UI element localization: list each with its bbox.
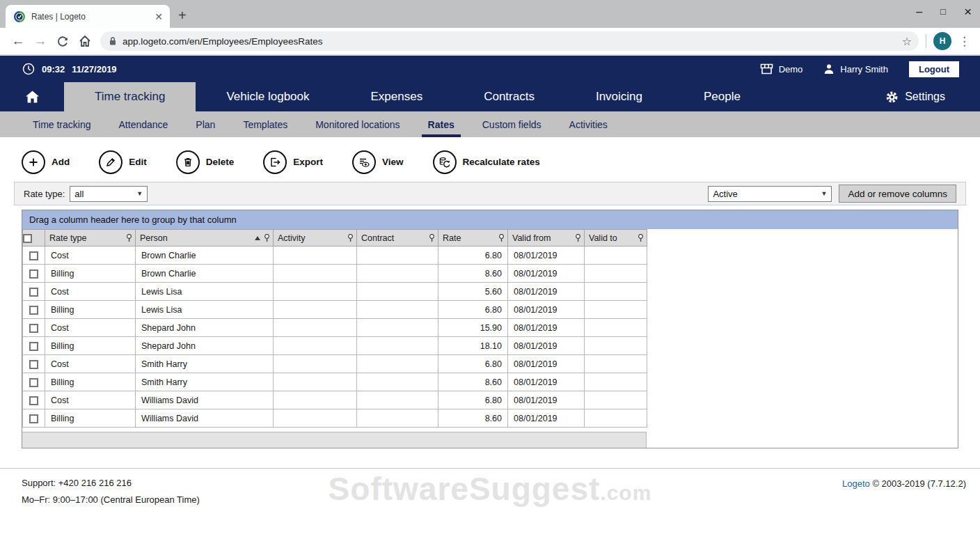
add-remove-columns-button[interactable]: Add or remove columns — [839, 185, 956, 203]
view-button[interactable]: View — [352, 146, 404, 178]
bookmark-star-icon[interactable]: ☆ — [902, 35, 912, 48]
logeto-link[interactable]: Logeto — [842, 478, 870, 489]
subnav-custom-fields[interactable]: Custom fields — [482, 111, 542, 137]
window-close-button[interactable]: × — [964, 1, 972, 22]
cell-contract — [357, 247, 438, 265]
row-checkbox-cell[interactable] — [23, 301, 45, 319]
nav-tab-invoicing[interactable]: Invoicing — [565, 82, 673, 111]
export-button[interactable]: Export — [263, 146, 323, 178]
subnav-time-tracking[interactable]: Time tracking — [33, 111, 91, 137]
table-row[interactable]: Billing Lewis Lisa 6.80 08/01/2019 — [23, 301, 647, 319]
lock-icon[interactable] — [109, 36, 117, 46]
status-select[interactable]: Active ▼ — [708, 186, 832, 202]
group-by-bar[interactable]: Drag a column header here to group by th… — [22, 210, 958, 229]
filter-pin-icon[interactable] — [264, 234, 270, 242]
filter-pin-icon[interactable] — [347, 234, 354, 242]
select-all-header[interactable] — [23, 230, 45, 247]
window-minimize-button[interactable]: – — [916, 1, 922, 22]
row-checkbox[interactable] — [29, 360, 38, 369]
table-row[interactable]: Cost Smith Harry 6.80 08/01/2019 — [23, 355, 647, 373]
user-menu[interactable]: Harry Smith — [823, 63, 888, 75]
nav-home[interactable] — [0, 82, 64, 111]
subnav-monitored-locations[interactable]: Monitored locations — [315, 111, 400, 137]
nav-tab-contracts[interactable]: Contracts — [453, 82, 565, 111]
row-checkbox[interactable] — [29, 324, 38, 333]
col-person[interactable]: Person — [136, 230, 274, 247]
table-row[interactable]: Billing Brown Charlie 8.60 08/01/2019 — [23, 265, 647, 283]
filter-pin-icon[interactable] — [498, 234, 505, 242]
nav-tab-vehicle-logbook[interactable]: Vehicle logbook — [196, 82, 340, 111]
row-checkbox[interactable] — [29, 251, 38, 260]
reload-icon[interactable] — [52, 35, 74, 47]
subnav-activities[interactable]: Activities — [569, 111, 608, 137]
table-row[interactable]: Billing Smith Harry 8.60 08/01/2019 — [23, 373, 647, 391]
filter-pin-icon[interactable] — [638, 234, 644, 242]
col-rate[interactable]: Rate — [438, 230, 508, 247]
row-checkbox[interactable] — [29, 288, 38, 297]
url-text[interactable]: app.logeto.com/en/Employees/EmployeesRat… — [122, 36, 902, 47]
cell-rate-type: Billing — [45, 373, 136, 391]
home-icon[interactable] — [74, 35, 96, 47]
row-checkbox[interactable] — [29, 414, 38, 423]
subnav-plan[interactable]: Plan — [196, 111, 215, 137]
back-icon[interactable]: ← — [7, 33, 29, 49]
row-checkbox-cell[interactable] — [23, 355, 45, 373]
cell-rate-type: Billing — [45, 301, 136, 319]
tab-close-icon[interactable]: ✕ — [153, 11, 164, 22]
nav-tab-time-tracking[interactable]: Time tracking — [64, 82, 196, 111]
new-tab-button[interactable]: + — [178, 8, 187, 24]
row-checkbox-cell[interactable] — [23, 265, 45, 283]
row-checkbox[interactable] — [29, 342, 38, 351]
row-checkbox-cell[interactable] — [23, 337, 45, 355]
row-checkbox-cell[interactable] — [23, 391, 45, 409]
add-button[interactable]: Add — [22, 146, 70, 178]
row-checkbox[interactable] — [29, 269, 38, 279]
col-rate-type[interactable]: Rate type — [45, 230, 136, 247]
browser-avatar[interactable]: H — [933, 32, 951, 50]
company-switcher[interactable]: Demo — [760, 63, 803, 75]
rate-type-select[interactable]: all ▼ — [70, 186, 148, 202]
table-row[interactable]: Cost Brown Charlie 6.80 08/01/2019 — [23, 247, 647, 265]
table-row[interactable]: Cost Williams David 6.80 08/01/2019 — [23, 391, 647, 409]
browser-menu-icon[interactable]: ⋮ — [958, 34, 970, 49]
table-row[interactable]: Billing Williams David 8.60 08/01/2019 — [23, 409, 647, 428]
subnav-rates[interactable]: Rates — [428, 111, 455, 137]
nav-settings[interactable]: Settings — [885, 82, 980, 111]
nav-tab-expenses[interactable]: Expenses — [340, 82, 454, 111]
filter-pin-icon[interactable] — [126, 234, 132, 242]
grid-body: Cost Brown Charlie 6.80 08/01/2019 Billi… — [23, 247, 647, 428]
cell-contract — [357, 301, 438, 319]
browser-tab[interactable]: Rates | Logeto ✕ — [6, 5, 170, 28]
row-checkbox[interactable] — [29, 396, 38, 405]
watermark: SoftwareSuggest.com — [329, 470, 652, 508]
select-all-checkbox[interactable] — [23, 234, 32, 243]
window-maximize-button[interactable]: □ — [940, 1, 946, 22]
forward-icon[interactable]: → — [29, 33, 52, 49]
row-checkbox[interactable] — [29, 378, 38, 387]
table-row[interactable]: Cost Lewis Lisa 5.60 08/01/2019 — [23, 283, 647, 301]
filter-pin-icon[interactable] — [429, 234, 435, 242]
table-row[interactable]: Cost Shepard John 15.90 08/01/2019 — [23, 319, 647, 337]
col-contract[interactable]: Contract — [357, 230, 438, 247]
row-checkbox-cell[interactable] — [23, 409, 45, 428]
logout-button[interactable]: Logout — [909, 61, 959, 77]
cell-rate-type: Cost — [45, 319, 136, 337]
subnav-templates[interactable]: Templates — [243, 111, 287, 137]
row-checkbox-cell[interactable] — [23, 247, 45, 265]
support-hours: Mo–Fr: 9:00–17:00 (Central European Time… — [22, 494, 200, 505]
nav-tab-people[interactable]: People — [673, 82, 771, 111]
delete-button[interactable]: Delete — [176, 146, 235, 178]
col-valid-from[interactable]: Valid from — [508, 230, 585, 247]
col-activity[interactable]: Activity — [274, 230, 357, 247]
row-checkbox-cell[interactable] — [23, 283, 45, 301]
edit-button[interactable]: Edit — [99, 146, 147, 178]
col-valid-to[interactable]: Valid to — [585, 230, 647, 247]
row-checkbox-cell[interactable] — [23, 319, 45, 337]
recalculate-rates-button[interactable]: Recalculate rates — [433, 146, 540, 178]
subnav-attendance[interactable]: Attendance — [119, 111, 168, 137]
row-checkbox[interactable] — [29, 306, 38, 315]
filter-pin-icon[interactable] — [575, 234, 581, 242]
row-checkbox-cell[interactable] — [23, 373, 45, 391]
url-bar[interactable]: app.logeto.com/en/Employees/EmployeesRat… — [100, 31, 919, 51]
table-row[interactable]: Billing Shepard John 18.10 08/01/2019 — [23, 337, 647, 355]
